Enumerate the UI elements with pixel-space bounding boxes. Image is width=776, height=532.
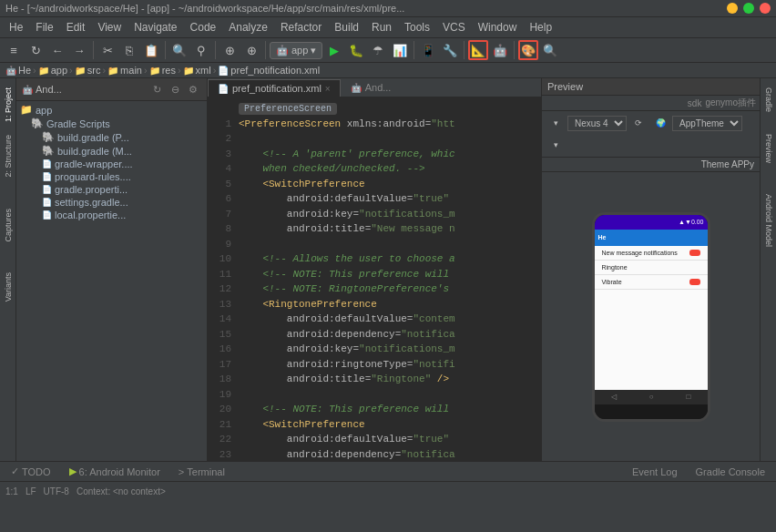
window-controls[interactable] — [727, 3, 771, 14]
toolbar-btn-debug[interactable]: 🐛 — [346, 40, 366, 60]
toolbar-btn-back[interactable]: ← — [47, 40, 67, 60]
code-13: <RingtonePreference — [239, 297, 534, 312]
bread-src[interactable]: 📁 src — [75, 65, 101, 76]
preview-btn-theme-dropdown[interactable]: ▾ — [546, 135, 566, 155]
toolbar-btn-search[interactable]: 🔍 — [540, 40, 560, 60]
toolbar-btn-1[interactable]: ≡ — [4, 40, 24, 60]
phone-action-bar: He — [595, 230, 708, 246]
bottom-tab-todo[interactable]: ✓ TODO — [4, 465, 58, 478]
tree-item-build-gradle-m[interactable]: 🐘 build.gradle (M... — [16, 144, 207, 158]
bottom-tab-terminal[interactable]: > Terminal — [171, 466, 232, 478]
pref-toggle-1 — [689, 250, 700, 256]
menu-file[interactable]: File — [30, 19, 58, 36]
panel-btn-sync[interactable]: ↻ — [148, 81, 165, 97]
terminal-icon: > — [179, 466, 184, 477]
device-selector[interactable]: Nexus 4 — [567, 116, 627, 131]
tab-pref-notification[interactable]: 📄 pref_notification.xml × — [208, 79, 341, 97]
toolbar-sep-4 — [265, 41, 266, 59]
tree-item-local-props[interactable]: 📄 local.propertie... — [16, 209, 207, 221]
panel-btn-collapse[interactable]: ⊖ — [167, 81, 183, 97]
tree-item-app[interactable]: 📁 app — [16, 103, 207, 117]
menu-analyze[interactable]: Analyze — [223, 19, 273, 36]
toolbar-btn-find[interactable]: 🔍 — [169, 40, 189, 60]
panel-btn-settings[interactable]: ⚙ — [185, 81, 201, 97]
bread-file[interactable]: 📄 pref_notification.xml — [218, 65, 320, 76]
code-1: <PreferenceScreen xmlns:android="htt — [239, 117, 534, 132]
side-tab-android-model[interactable]: Android Model — [762, 189, 775, 252]
toolbar-btn-5[interactable]: ⊕ — [220, 40, 240, 60]
minimize-button[interactable] — [727, 3, 738, 14]
xml-file-icon: 📄 — [218, 66, 229, 76]
toolbar-btn-forward[interactable]: → — [69, 40, 89, 60]
tree-item-gradle-wrapper[interactable]: 📄 gradle-wrapper.... — [16, 158, 207, 170]
toolbar-btn-find2[interactable]: ⚲ — [191, 40, 211, 60]
side-tab-project[interactable]: 1: Project — [2, 82, 15, 128]
menu-view[interactable]: View — [92, 19, 127, 36]
menu-help[interactable]: Help — [524, 19, 557, 36]
bread-res[interactable]: 📁 res — [149, 65, 176, 76]
menu-build[interactable]: Build — [329, 19, 364, 36]
preview-btn-locale[interactable]: 🌍 — [650, 113, 670, 133]
toolbar-btn-layout[interactable]: 📐 — [468, 40, 488, 60]
toolbar-btn-theme[interactable]: 🎨 — [518, 40, 538, 60]
side-tab-captures[interactable]: Captures — [2, 203, 15, 248]
code-3: <!-- A 'parent' preference, whic — [239, 147, 534, 162]
tree-item-gradle-scripts[interactable]: 🐘 Gradle Scripts — [16, 117, 207, 130]
toolbar-btn-paste[interactable]: 📋 — [141, 40, 161, 60]
bottom-tab-android-monitor[interactable]: ▶ 6: Android Monitor — [62, 465, 168, 478]
bottom-tabs: ✓ TODO ▶ 6: Android Monitor > Terminal E… — [0, 461, 776, 481]
menu-he[interactable]: He — [4, 19, 28, 36]
side-tab-gradle[interactable]: Gradle — [762, 82, 775, 118]
side-tab-structure[interactable]: 2: Structure — [2, 129, 15, 183]
preview-btn-rotate[interactable]: ⟳ — [628, 113, 648, 133]
close-button[interactable] — [760, 3, 771, 14]
side-tab-preview-right[interactable]: Preview — [762, 128, 775, 169]
theme-selector[interactable]: AppTheme — [672, 116, 742, 131]
toolbar-sep-3 — [215, 41, 216, 59]
bottom-tab-gradle-console[interactable]: Gradle Console — [689, 466, 772, 478]
menu-run[interactable]: Run — [366, 19, 397, 36]
bottom-tab-event-log[interactable]: Event Log — [625, 466, 685, 478]
menu-refactor[interactable]: Refactor — [275, 19, 327, 36]
tab-pref-label: pref_notification.xml — [232, 83, 322, 94]
code-20: <!-- NOTE: This preference will — [239, 402, 534, 417]
menu-navigate[interactable]: Navigate — [128, 19, 182, 36]
tree-item-proguard[interactable]: 📄 proguard-rules.... — [16, 170, 207, 183]
ln-widget — [211, 101, 239, 117]
tab-and[interactable]: 🤖 And... — [341, 78, 402, 97]
settings-gradle-icon: 📄 — [42, 198, 52, 207]
menu-window[interactable]: Window — [473, 19, 523, 36]
menu-tools[interactable]: Tools — [399, 19, 435, 36]
toolbar-btn-coverage[interactable]: ☂ — [368, 40, 388, 60]
theme-label: Theme APPy — [701, 159, 754, 169]
code-6: android:defaultValue="true" — [239, 191, 534, 207]
side-tab-variants[interactable]: Variants — [2, 267, 15, 307]
toolbar-btn-sync[interactable]: ↻ — [26, 40, 46, 60]
tree-item-gradle-props[interactable]: 📄 gradle.properti... — [16, 183, 207, 196]
code-line-15: 15 android:dependency="notifica — [208, 327, 541, 343]
toolbar-btn-copy[interactable]: ⎘ — [119, 40, 139, 60]
bread-xml[interactable]: 📁 xml — [183, 65, 211, 76]
tree-item-settings-gradle[interactable]: 📄 settings.gradle... — [16, 196, 207, 209]
app-label: app — [291, 45, 308, 56]
toolbar-btn-android[interactable]: 🤖 — [490, 40, 510, 60]
bread-he[interactable]: 🤖 He — [5, 65, 31, 76]
toolbar-btn-avd[interactable]: 📱 — [418, 40, 438, 60]
toolbar-btn-sdk[interactable]: 🔧 — [440, 40, 460, 60]
toolbar-btn-6[interactable]: ⊕ — [241, 40, 261, 60]
preview-btn-dropdown[interactable]: ▾ — [546, 113, 566, 133]
tab-close-btn[interactable]: × — [325, 84, 331, 94]
bread-app[interactable]: 📁 app — [38, 65, 67, 76]
menu-code[interactable]: Code — [185, 19, 222, 36]
bread-main[interactable]: 📁 main — [107, 65, 142, 76]
toolbar-btn-profile[interactable]: 📊 — [390, 40, 410, 60]
maximize-button[interactable] — [743, 3, 754, 14]
toolbar-btn-cut[interactable]: ✂ — [97, 40, 117, 60]
menu-edit[interactable]: Edit — [61, 19, 91, 36]
menu-vcs[interactable]: VCS — [437, 19, 471, 36]
ln-12: 12 — [211, 281, 239, 297]
app-selector[interactable]: 🤖 app ▾ — [270, 42, 322, 59]
toolbar-btn-run[interactable]: ▶ — [324, 40, 344, 60]
tree-item-build-gradle-p[interactable]: 🐘 build.gradle (P... — [16, 130, 207, 144]
editor-content[interactable]: PreferenceScreen 1 <PreferenceScreen xml… — [208, 97, 541, 461]
